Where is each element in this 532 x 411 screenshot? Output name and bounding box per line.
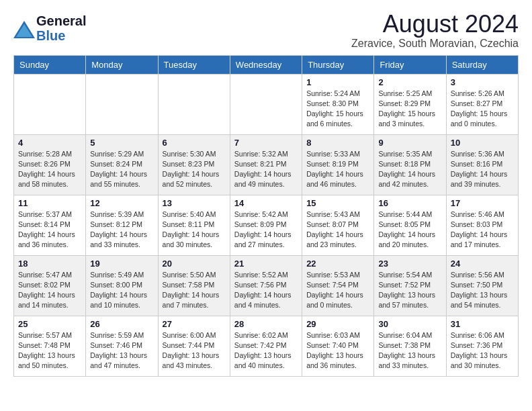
- day-info: Sunrise: 5:54 AM Sunset: 7:52 PM Dayligh…: [378, 270, 441, 311]
- calendar-cell: [14, 74, 86, 134]
- weekday-header-wednesday: Wednesday: [230, 55, 302, 74]
- calendar-week-row: 1Sunrise: 5:24 AM Sunset: 8:30 PM Daylig…: [14, 74, 519, 134]
- day-info: Sunrise: 5:24 AM Sunset: 8:30 PM Dayligh…: [306, 89, 369, 130]
- day-number: 15: [306, 198, 369, 208]
- logo: General Blue: [13, 13, 86, 43]
- day-number: 2: [378, 77, 441, 87]
- day-info: Sunrise: 5:43 AM Sunset: 8:07 PM Dayligh…: [306, 210, 369, 250]
- day-info: Sunrise: 5:32 AM Sunset: 8:21 PM Dayligh…: [234, 149, 298, 190]
- day-info: Sunrise: 5:35 AM Sunset: 8:18 PM Dayligh…: [378, 149, 441, 190]
- day-number: 3: [451, 77, 514, 87]
- day-number: 10: [451, 138, 514, 148]
- day-info: Sunrise: 5:47 AM Sunset: 8:02 PM Dayligh…: [18, 270, 81, 311]
- day-info: Sunrise: 5:52 AM Sunset: 7:56 PM Dayligh…: [234, 270, 298, 311]
- weekday-header-monday: Monday: [86, 55, 158, 74]
- day-info: Sunrise: 5:40 AM Sunset: 8:11 PM Dayligh…: [163, 210, 226, 250]
- day-number: 25: [18, 319, 81, 329]
- day-number: 18: [18, 259, 81, 269]
- calendar-cell: 22Sunrise: 5:53 AM Sunset: 7:54 PM Dayli…: [302, 255, 374, 316]
- calendar-cell: 2Sunrise: 5:25 AM Sunset: 8:29 PM Daylig…: [374, 74, 446, 134]
- calendar-cell: 16Sunrise: 5:44 AM Sunset: 8:05 PM Dayli…: [374, 195, 446, 255]
- calendar-cell: 24Sunrise: 5:56 AM Sunset: 7:50 PM Dayli…: [446, 255, 518, 316]
- calendar-cell: 30Sunrise: 6:04 AM Sunset: 7:38 PM Dayli…: [374, 316, 446, 376]
- day-info: Sunrise: 5:25 AM Sunset: 8:29 PM Dayligh…: [378, 89, 441, 130]
- day-number: 21: [234, 259, 298, 269]
- day-number: 24: [451, 259, 514, 269]
- day-info: Sunrise: 5:56 AM Sunset: 7:50 PM Dayligh…: [451, 270, 514, 311]
- day-number: 4: [18, 138, 81, 148]
- day-info: Sunrise: 5:29 AM Sunset: 8:24 PM Dayligh…: [90, 149, 153, 190]
- day-number: 17: [451, 198, 514, 208]
- calendar-cell: 27Sunrise: 6:00 AM Sunset: 7:44 PM Dayli…: [158, 316, 230, 376]
- day-number: 12: [90, 198, 153, 208]
- calendar-cell: 13Sunrise: 5:40 AM Sunset: 8:11 PM Dayli…: [158, 195, 230, 255]
- calendar-cell: 11Sunrise: 5:37 AM Sunset: 8:14 PM Dayli…: [14, 195, 86, 255]
- day-number: 27: [163, 319, 226, 329]
- calendar-cell: 20Sunrise: 5:50 AM Sunset: 7:58 PM Dayli…: [158, 255, 230, 316]
- day-info: Sunrise: 5:44 AM Sunset: 8:05 PM Dayligh…: [378, 210, 441, 250]
- logo-general: General: [36, 13, 86, 28]
- calendar-cell: 1Sunrise: 5:24 AM Sunset: 8:30 PM Daylig…: [302, 74, 374, 134]
- weekday-header-thursday: Thursday: [302, 55, 374, 74]
- day-number: 8: [306, 138, 369, 148]
- calendar-cell: 21Sunrise: 5:52 AM Sunset: 7:56 PM Dayli…: [230, 255, 302, 316]
- calendar-cell: 9Sunrise: 5:35 AM Sunset: 8:18 PM Daylig…: [374, 134, 446, 195]
- calendar-week-row: 25Sunrise: 5:57 AM Sunset: 7:48 PM Dayli…: [14, 316, 519, 376]
- page-header: General Blue August 2024 Zeravice, South…: [13, 11, 519, 50]
- day-info: Sunrise: 5:36 AM Sunset: 8:16 PM Dayligh…: [451, 149, 514, 190]
- day-number: 23: [378, 259, 441, 269]
- month-year-title: August 2024: [351, 11, 519, 38]
- day-number: 13: [163, 198, 226, 208]
- day-info: Sunrise: 6:06 AM Sunset: 7:36 PM Dayligh…: [451, 330, 514, 371]
- calendar-cell: 25Sunrise: 5:57 AM Sunset: 7:48 PM Dayli…: [14, 316, 86, 376]
- calendar-cell: 28Sunrise: 6:02 AM Sunset: 7:42 PM Dayli…: [230, 316, 302, 376]
- day-info: Sunrise: 5:59 AM Sunset: 7:46 PM Dayligh…: [90, 330, 153, 371]
- day-number: 20: [163, 259, 226, 269]
- calendar-week-row: 4Sunrise: 5:28 AM Sunset: 8:26 PM Daylig…: [14, 134, 519, 195]
- day-number: 5: [90, 138, 153, 148]
- calendar-cell: 14Sunrise: 5:42 AM Sunset: 8:09 PM Dayli…: [230, 195, 302, 255]
- location-subtitle: Zeravice, South Moravian, Czechia: [351, 38, 519, 50]
- day-info: Sunrise: 6:00 AM Sunset: 7:44 PM Dayligh…: [163, 330, 226, 371]
- day-info: Sunrise: 5:39 AM Sunset: 8:12 PM Dayligh…: [90, 210, 153, 250]
- day-number: 29: [306, 319, 369, 329]
- day-number: 7: [234, 138, 298, 148]
- logo-icon: [13, 21, 34, 36]
- day-number: 9: [378, 138, 441, 148]
- day-info: Sunrise: 5:42 AM Sunset: 8:09 PM Dayligh…: [234, 210, 298, 250]
- calendar-header-row: SundayMondayTuesdayWednesdayThursdayFrid…: [14, 55, 519, 74]
- day-number: 31: [451, 319, 514, 329]
- day-info: Sunrise: 6:04 AM Sunset: 7:38 PM Dayligh…: [378, 330, 441, 371]
- calendar-cell: 3Sunrise: 5:26 AM Sunset: 8:27 PM Daylig…: [446, 74, 518, 134]
- day-info: Sunrise: 5:37 AM Sunset: 8:14 PM Dayligh…: [18, 210, 81, 250]
- calendar-cell: 26Sunrise: 5:59 AM Sunset: 7:46 PM Dayli…: [86, 316, 158, 376]
- calendar-cell: [230, 74, 302, 134]
- day-number: 14: [234, 198, 298, 208]
- day-number: 30: [378, 319, 441, 329]
- day-info: Sunrise: 5:46 AM Sunset: 8:03 PM Dayligh…: [451, 210, 514, 250]
- calendar-cell: [86, 74, 158, 134]
- calendar-cell: 7Sunrise: 5:32 AM Sunset: 8:21 PM Daylig…: [230, 134, 302, 195]
- calendar-cell: 15Sunrise: 5:43 AM Sunset: 8:07 PM Dayli…: [302, 195, 374, 255]
- weekday-header-tuesday: Tuesday: [158, 55, 230, 74]
- calendar-cell: 12Sunrise: 5:39 AM Sunset: 8:12 PM Dayli…: [86, 195, 158, 255]
- calendar-cell: 29Sunrise: 6:03 AM Sunset: 7:40 PM Dayli…: [302, 316, 374, 376]
- day-info: Sunrise: 5:49 AM Sunset: 8:00 PM Dayligh…: [90, 270, 153, 311]
- calendar-cell: 5Sunrise: 5:29 AM Sunset: 8:24 PM Daylig…: [86, 134, 158, 195]
- calendar-cell: 23Sunrise: 5:54 AM Sunset: 7:52 PM Dayli…: [374, 255, 446, 316]
- calendar-cell: 8Sunrise: 5:33 AM Sunset: 8:19 PM Daylig…: [302, 134, 374, 195]
- day-number: 19: [90, 259, 153, 269]
- calendar-cell: 10Sunrise: 5:36 AM Sunset: 8:16 PM Dayli…: [446, 134, 518, 195]
- day-number: 1: [306, 77, 369, 87]
- day-number: 11: [18, 198, 81, 208]
- calendar-week-row: 11Sunrise: 5:37 AM Sunset: 8:14 PM Dayli…: [14, 195, 519, 255]
- weekday-header-sunday: Sunday: [14, 55, 86, 74]
- day-number: 16: [378, 198, 441, 208]
- weekday-header-friday: Friday: [374, 55, 446, 74]
- calendar-cell: 18Sunrise: 5:47 AM Sunset: 8:02 PM Dayli…: [14, 255, 86, 316]
- day-number: 28: [234, 319, 298, 329]
- calendar-cell: [158, 74, 230, 134]
- calendar-table: SundayMondayTuesdayWednesdayThursdayFrid…: [13, 55, 519, 377]
- calendar-cell: 4Sunrise: 5:28 AM Sunset: 8:26 PM Daylig…: [14, 134, 86, 195]
- day-info: Sunrise: 5:50 AM Sunset: 7:58 PM Dayligh…: [163, 270, 226, 311]
